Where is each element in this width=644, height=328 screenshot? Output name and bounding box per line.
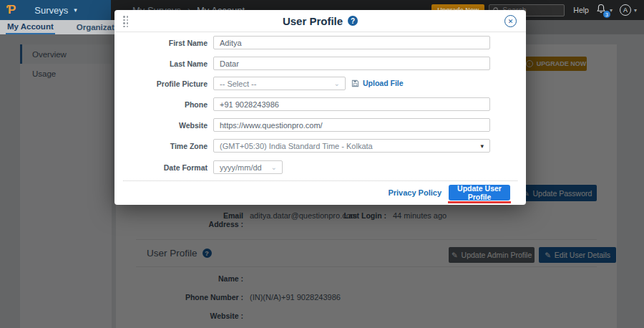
upload-file-icon <box>351 79 359 87</box>
caret-down-icon[interactable]: ▾ <box>634 7 637 14</box>
questionpro-logo-icon: Ƥ <box>6 3 16 17</box>
avatar[interactable]: A <box>620 4 631 16</box>
tab-my-account[interactable]: My Account <box>6 20 55 34</box>
website-label-modal: Website <box>114 121 208 130</box>
update-user-profile-button[interactable]: Update User Profile <box>449 185 510 201</box>
time-zone-row: Time Zone (GMT+05:30) India Standard Tim… <box>114 139 526 153</box>
date-format-select[interactable]: yyyy/mm/dd ⌄ <box>213 160 283 174</box>
notification-count-badge: 3 <box>603 11 610 18</box>
product-menu[interactable]: Ƥ Surveys ▾ <box>0 0 111 20</box>
privacy-policy-link[interactable]: Privacy Policy <box>388 188 441 197</box>
page: Ƥ Surveys ▾ My Surveys › My Account Upgr… <box>0 0 644 328</box>
last-name-row: Last Name <box>114 57 526 70</box>
time-zone-select[interactable]: (GMT+05:30) India Standard Time - Kolkat… <box>213 139 490 153</box>
annotation-underline <box>448 201 511 203</box>
user-profile-modal: User Profile ? ✕ First Name Last Name Pr… <box>114 10 526 205</box>
first-name-row: First Name <box>114 36 526 49</box>
profile-picture-select-value: -- Select -- <box>220 79 256 88</box>
last-name-field[interactable] <box>213 57 490 70</box>
caret-down-icon: ▾ <box>480 143 484 150</box>
date-format-label: Date Format <box>114 163 208 172</box>
upload-file-link[interactable]: Upload File <box>351 79 404 87</box>
first-name-label: First Name <box>114 39 208 47</box>
profile-picture-label: Profile Picture <box>114 79 208 88</box>
date-format-select-value: yyyy/mm/dd <box>220 163 262 172</box>
close-icon[interactable]: ✕ <box>504 15 517 27</box>
profile-picture-select[interactable]: -- Select -- ⌄ <box>213 77 346 90</box>
time-zone-select-value: (GMT+05:30) India Standard Time - Kolkat… <box>220 142 373 150</box>
first-name-field[interactable] <box>213 36 490 49</box>
profile-picture-row: Profile Picture -- Select -- ⌄ Upload Fi… <box>114 77 526 90</box>
upload-file-label: Upload File <box>363 79 404 87</box>
phone-label: Phone <box>114 100 208 109</box>
help-icon[interactable]: ? <box>348 16 358 26</box>
help-link[interactable]: Help <box>573 6 589 14</box>
time-zone-label: Time Zone <box>114 142 208 150</box>
chevron-down-icon: ⌄ <box>271 163 277 171</box>
caret-down-icon: ▾ <box>74 6 77 14</box>
phone-field[interactable] <box>213 97 490 111</box>
product-menu-label: Surveys <box>34 5 68 16</box>
website-field[interactable] <box>213 118 490 132</box>
modal-title: User Profile ? <box>283 15 358 27</box>
modal-header: User Profile ? ✕ <box>114 10 526 32</box>
modal-footer-divider <box>123 180 517 181</box>
notifications-button[interactable]: 3 <box>596 4 608 16</box>
phone-row: Phone <box>114 97 526 111</box>
last-name-label: Last Name <box>114 59 208 68</box>
drag-handle-icon[interactable] <box>123 16 128 27</box>
date-format-row: Date Format yyyy/mm/dd ⌄ <box>114 160 526 174</box>
modal-title-text: User Profile <box>283 15 343 27</box>
chevron-down-icon: ⌄ <box>334 79 340 87</box>
website-row-modal: Website <box>114 118 526 132</box>
